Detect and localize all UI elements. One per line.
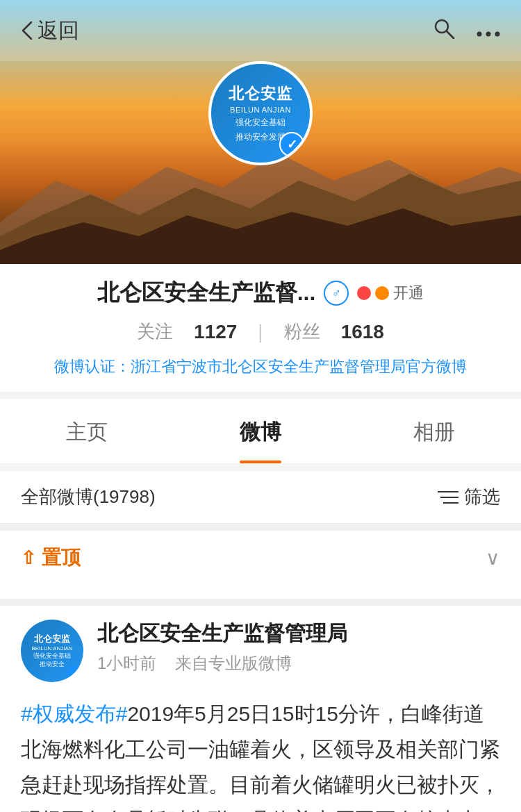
stats-divider: | [258,321,263,343]
post-avatar-name: 北仑安监 [31,633,72,645]
avatar-name: 北仑安监 [229,83,292,104]
pinned-label: ⇧ 置顶 [21,545,81,571]
post-time-source: 1小时前 来自专业版微博 [97,652,500,674]
tab-album[interactable]: 相册 [347,399,521,463]
hero-banner: 返回 北仑安监 BEILUN ANJIAN 强化安全基础 [0,0,521,264]
avatar-pinyin: BEILUN ANJIAN [229,106,292,114]
pinned-icon: ⇧ [21,547,36,569]
svg-point-6 [486,32,491,37]
search-icon[interactable] [432,17,456,45]
follow-count: 1127 [194,321,237,343]
nav-bar: 返回 [0,0,521,61]
post-hashtag[interactable]: #权威发布# [21,702,127,725]
tab-weibo-label: 微博 [240,420,281,443]
gender-symbol: ♂ [332,286,342,301]
verified-badge: ✓ [279,132,304,157]
post-time: 1小时前 [97,654,156,672]
post-content: #权威发布#2019年5月25日15时15分许，白峰街道北海燃料化工公司一油罐着… [21,696,500,812]
tabs-bar: 主页 微博 相册 [0,399,521,464]
tag-dot-orange [375,286,389,300]
post-header: 北仑安监 BEILUN ANJIAN 强化安全基础 推动安全 ✓ 北仑区安全生产… [21,620,500,682]
tag-text: 开通 [393,283,424,304]
svg-point-5 [477,32,482,37]
tab-home-label: 主页 [66,420,108,443]
post-card: 北仑安监 BEILUN ANJIAN 强化安全基础 推动安全 ✓ 北仑区安全生产… [0,606,521,812]
post-avatar-line2: 推动安全 [31,661,72,669]
more-icon[interactable] [477,19,500,42]
fans-count: 1618 [341,321,384,343]
pinned-section: ⇧ 置顶 ∨ [0,531,521,599]
weibo-count-text: 全部微博(19798) [21,485,156,509]
post-avatar-line1: 强化安全基础 [31,652,72,661]
follow-label: 关注 [137,320,173,344]
pinned-text: 置顶 [42,545,81,571]
post-avatar-badge: ✓ [67,665,83,682]
profile-name-row: 北仑区安全生产监督... ♂ 开通 [21,278,500,308]
gender-icon: ♂ [324,281,349,306]
post-meta: 北仑区安全生产监督管理局 1小时前 来自专业版微博 [97,620,500,674]
fans-label: 粉丝 [284,320,320,344]
tab-weibo[interactable]: 微博 [174,399,347,463]
profile-avatar: 北仑安监 BEILUN ANJIAN 强化安全基础 推动安全发展 ✓ [208,61,313,165]
post-avatar[interactable]: 北仑安监 BEILUN ANJIAN 强化安全基础 推动安全 ✓ [21,620,83,682]
post-author[interactable]: 北仑区安全生产监督管理局 [97,620,500,648]
profile-info: 北仑区安全生产监督... ♂ 开通 关注 1127 | 粉丝 1618 微博认证… [0,264,521,392]
back-button[interactable]: 返回 [21,17,79,45]
profile-name: 北仑区安全生产监督... [97,278,316,308]
post-avatar-pinyin: BEILUN ANJIAN [31,645,72,652]
tab-album-label: 相册 [413,420,455,443]
nav-icons [432,17,500,45]
pinned-header: ⇧ 置顶 ∨ [21,545,500,571]
stats-row: 关注 1127 | 粉丝 1618 [21,320,500,344]
post-source: 来自专业版微博 [175,654,292,672]
tag-dot-red [357,286,371,300]
verification-content: 微博认证：浙江省宁波市北仑区安全生产监督管理局官方微博 [54,358,467,375]
verification-text: 微博认证：浙江省宁波市北仑区安全生产监督管理局官方微博 [21,355,500,378]
tab-home[interactable]: 主页 [0,399,174,463]
content-area: 全部微博(19798) 筛选 ⇧ 置顶 ∨ 北仑安监 BEILUN AN [0,471,521,812]
back-label: 返回 [38,17,79,45]
filter-label: 筛选 [464,485,500,509]
profile-tag-dots: 开通 [357,283,424,304]
avatar-tagline1: 强化安全基础 [229,117,292,129]
svg-line-4 [447,31,454,38]
chevron-down-icon[interactable]: ∨ [486,547,500,570]
svg-point-7 [495,32,500,37]
weibo-count-bar: 全部微博(19798) 筛选 [0,471,521,524]
filter-button[interactable]: 筛选 [438,485,500,509]
post-avatar-text: 北仑安监 BEILUN ANJIAN 强化安全基础 推动安全 [31,633,72,669]
